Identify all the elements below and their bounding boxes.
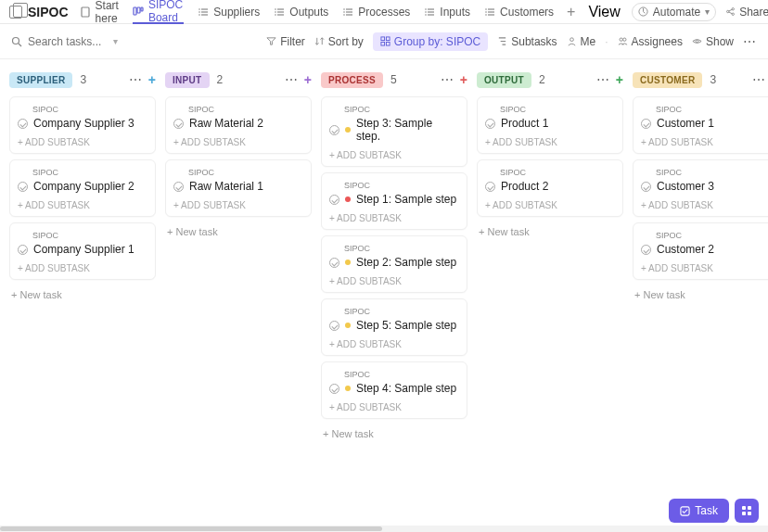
user-icon [567,36,577,46]
more-menu-icon[interactable]: ⋯ [743,34,757,49]
automate-button[interactable]: Automate ▾ [632,3,716,21]
add-subtask-button[interactable]: + ADD SUBTASK [641,263,768,273]
svg-point-13 [275,8,276,10]
column-pill: INPUT [165,72,210,88]
column-menu-icon[interactable]: ⋯ [129,72,143,87]
assignees-label: Assignees [632,35,683,48]
add-subtask-button[interactable]: + ADD SUBTASK [329,276,459,286]
task-card[interactable]: SIPOCStep 3: Sample step.+ ADD SUBTASK [321,96,467,167]
assignees-button[interactable]: Assignees [618,35,683,48]
check-icon[interactable] [329,195,339,205]
check-icon[interactable] [173,119,184,129]
add-card-icon[interactable]: + [616,72,623,87]
add-subtask-button[interactable]: + ADD SUBTASK [485,200,615,210]
add-subtask-button[interactable]: + ADD SUBTASK [18,263,147,273]
column-menu-icon[interactable]: ⋯ [441,72,454,87]
scrollbar-thumb[interactable] [0,526,382,531]
subtasks-button[interactable]: Subtasks [497,35,557,48]
add-subtask-button[interactable]: + ADD SUBTASK [329,213,459,223]
add-card-icon[interactable]: + [148,72,156,87]
new-task-button[interactable]: + New task [321,424,467,443]
task-card[interactable]: SIPOCProduct 2+ ADD SUBTASK [477,159,623,217]
task-card[interactable]: SIPOCRaw Material 2+ ADD SUBTASK [165,96,312,154]
svg-line-38 [729,9,733,11]
column-menu-icon[interactable]: ⋯ [596,72,610,87]
card-title: Customer 3 [657,180,714,193]
list-icon [341,6,353,18]
share-button[interactable]: Share [725,6,768,19]
column-pill: CUSTOMER [633,72,702,88]
tab-processes[interactable]: Processes [341,0,410,24]
add-subtask-button[interactable]: + ADD SUBTASK [329,339,459,349]
check-icon[interactable] [641,182,651,192]
task-card[interactable]: SIPOCCustomer 1+ ADD SUBTASK [633,96,768,154]
svg-point-46 [570,38,573,42]
task-card[interactable]: SIPOCCustomer 2+ ADD SUBTASK [633,222,768,280]
tab-start-here[interactable]: Start here [80,0,120,24]
add-subtask-button[interactable]: + ADD SUBTASK [329,150,459,160]
tab-customers[interactable]: Customers [483,0,554,24]
add-subtask-button[interactable]: + ADD SUBTASK [18,200,147,210]
task-card[interactable]: SIPOCStep 5: Sample step+ ADD SUBTASK [321,298,467,356]
add-card-icon[interactable]: + [460,72,467,87]
add-subtask-button[interactable]: + ADD SUBTASK [173,137,303,147]
add-subtask-button[interactable]: + ADD SUBTASK [641,200,768,210]
filter-button[interactable]: Filter [266,35,305,48]
task-card[interactable]: SIPOCCustomer 3+ ADD SUBTASK [633,159,768,217]
tab-sipoc-board[interactable]: SIPOC Board [133,0,184,24]
add-subtask-button[interactable]: + ADD SUBTASK [641,137,768,147]
task-card[interactable]: SIPOCRaw Material 1+ ADD SUBTASK [165,159,312,217]
group-by-button[interactable]: Group by: SIPOC [373,32,488,51]
apps-fab[interactable] [735,499,759,523]
task-card[interactable]: SIPOCStep 2: Sample step+ ADD SUBTASK [321,235,467,293]
check-icon[interactable] [641,245,651,255]
task-card[interactable]: SIPOCStep 4: Sample step+ ADD SUBTASK [321,361,467,419]
svg-point-26 [425,11,427,13]
add-card-icon[interactable]: + [304,72,312,87]
check-icon[interactable] [485,119,495,129]
check-icon[interactable] [329,258,339,268]
check-icon[interactable] [329,125,339,135]
view-menu[interactable]: View [588,4,620,20]
check-icon[interactable] [18,182,28,192]
add-subtask-button[interactable]: + ADD SUBTASK [18,137,147,147]
column-header: SUPPLIER3⋯+ [9,69,156,91]
add-subtask-button[interactable]: + ADD SUBTASK [173,200,303,210]
task-card[interactable]: SIPOCCompany Supplier 2+ ADD SUBTASK [9,159,156,217]
new-task-button[interactable]: + New task [9,285,156,304]
column-menu-icon[interactable]: ⋯ [752,72,766,87]
tab-suppliers[interactable]: Suppliers [197,0,260,24]
check-icon[interactable] [329,384,339,394]
check-icon[interactable] [18,245,28,255]
check-icon[interactable] [485,182,495,192]
automate-icon [638,6,648,17]
new-task-button[interactable]: + New task [633,285,768,304]
tab-outputs[interactable]: Outputs [273,0,328,24]
check-icon[interactable] [641,119,651,129]
svg-point-21 [343,14,345,16]
task-card[interactable]: SIPOCStep 1: Sample step+ ADD SUBTASK [321,172,467,230]
task-card[interactable]: SIPOCCompany Supplier 1+ ADD SUBTASK [9,222,156,280]
check-icon[interactable] [329,321,339,331]
add-view-button[interactable]: + [567,4,575,20]
new-task-fab[interactable]: Task [669,499,729,523]
column-menu-icon[interactable]: ⋯ [285,72,299,87]
check-icon[interactable] [18,119,28,129]
show-button[interactable]: Show [692,35,734,48]
svg-point-40 [13,37,19,44]
search-input[interactable] [28,35,111,48]
add-subtask-button[interactable]: + ADD SUBTASK [329,402,459,412]
add-subtask-button[interactable]: + ADD SUBTASK [485,137,615,147]
horizontal-scrollbar[interactable] [0,526,768,532]
sort-button[interactable]: Sort by [314,35,364,48]
card-parent-label: SIPOC [32,168,147,177]
check-icon[interactable] [173,182,184,192]
new-task-button[interactable]: + New task [477,222,623,241]
svg-rect-53 [742,512,746,515]
new-task-button[interactable]: + New task [165,222,312,241]
task-card[interactable]: SIPOCCompany Supplier 3+ ADD SUBTASK [9,96,156,154]
tab-inputs[interactable]: Inputs [423,0,470,24]
chevron-down-icon[interactable]: ▾ [113,36,118,46]
task-card[interactable]: SIPOCProduct 1+ ADD SUBTASK [477,96,623,154]
me-button[interactable]: Me [567,35,596,48]
